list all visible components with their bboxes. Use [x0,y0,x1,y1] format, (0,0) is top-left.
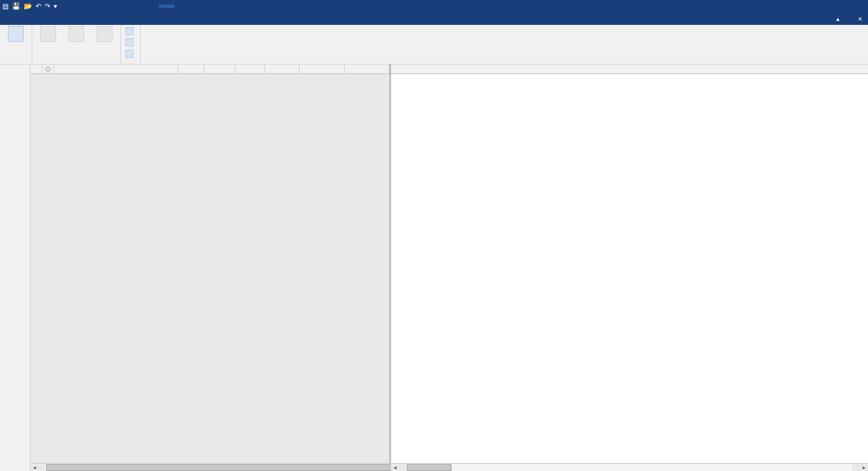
indicator-header: ⓘ [42,64,54,74]
details-button [92,26,117,43]
col-duration[interactable] [179,64,205,74]
notes-button [64,26,89,43]
open-icon[interactable]: 📂 [24,2,32,10]
goto-icon [125,38,133,46]
details-icon [97,26,112,42]
info-button [36,26,60,43]
ribbon-group-editing [121,25,141,64]
ribbon [0,25,868,64]
main-area: ⓘ ◄ ► ◄ [0,64,868,471]
grid-header: ⓘ [31,64,389,74]
redo-icon[interactable]: ↷ [45,2,50,10]
qat-dropdown-icon[interactable]: ▾ [54,2,57,10]
task-grid[interactable]: ⓘ ◄ ► [31,64,391,471]
gantt-hscroll[interactable]: ◄ ► [391,463,868,471]
info-icon [40,26,56,42]
team-planner-button[interactable] [3,26,28,43]
timescale [391,64,868,74]
gantt-chart[interactable]: ◄ ► [391,64,868,471]
notes-icon [68,26,84,42]
find-icon [125,27,133,35]
hyperlink-icon [125,50,133,58]
col-add-new[interactable] [345,64,389,74]
col-task-name[interactable] [54,64,179,74]
col-predecessors[interactable] [265,64,300,74]
goto-button[interactable] [124,37,137,47]
ribbon-collapse-icon[interactable]: ✕ [858,16,862,22]
hyperlink-button[interactable] [124,49,137,59]
contextual-tab-title [159,5,175,8]
ribbon-group-view [0,25,32,64]
col-start[interactable] [205,64,235,74]
col-finish[interactable] [235,64,266,74]
titlebar: ▤ 💾 📂 ↶ ↷ ▾ [0,0,868,12]
find-button[interactable] [124,26,137,36]
scroll-right-icon[interactable]: ► [860,465,868,470]
ribbon-tabs: ▴ ✕ [0,12,868,25]
quick-access-toolbar: ▤ 💾 📂 ↶ ↷ ▾ [2,2,57,10]
team-planner-icon [8,26,24,42]
view-bar [0,64,31,471]
save-icon[interactable]: 💾 [12,2,20,10]
app-icon: ▤ [2,2,8,10]
ribbon-group-properties [32,25,121,64]
scroll-left-icon[interactable]: ◄ [391,465,399,470]
col-resources[interactable] [300,64,344,74]
undo-icon[interactable]: ↶ [36,2,41,10]
style-menu[interactable]: ▴ [836,15,840,23]
scroll-left-icon[interactable]: ◄ [31,465,38,470]
